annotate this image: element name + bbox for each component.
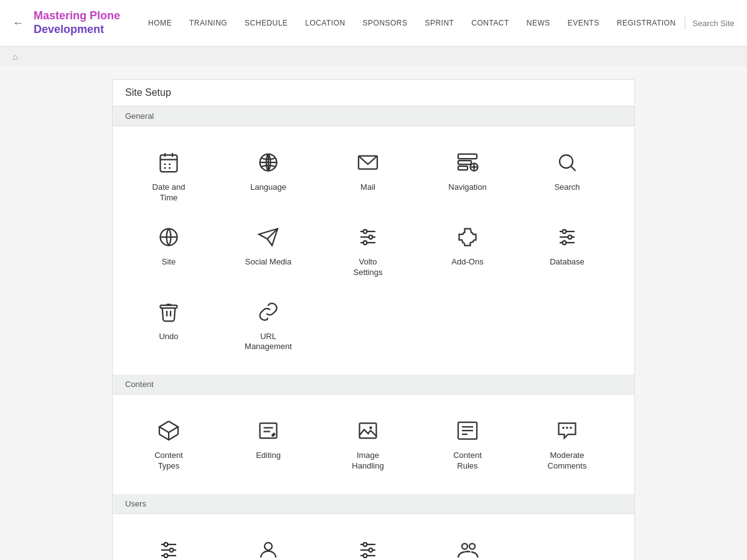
item-image-handling[interactable]: ImageHandling bbox=[318, 407, 418, 482]
item-volto-settings[interactable]: VoltoSettings bbox=[318, 213, 418, 288]
svg-point-33 bbox=[563, 230, 566, 233]
svg-rect-12 bbox=[458, 154, 477, 159]
social-icon bbox=[255, 223, 282, 251]
globe-icon bbox=[155, 223, 182, 251]
item-undo-label: Undo bbox=[159, 332, 178, 342]
svg-rect-49 bbox=[563, 427, 565, 429]
search-input[interactable] bbox=[693, 19, 747, 28]
item-navigation[interactable]: Navigation bbox=[418, 139, 517, 213]
item-users[interactable]: Users bbox=[218, 526, 318, 560]
calendar-icon bbox=[155, 149, 182, 176]
svg-rect-0 bbox=[161, 155, 177, 172]
svg-point-62 bbox=[364, 543, 367, 546]
nav-home[interactable]: HOME bbox=[139, 14, 181, 32]
item-image-handling-label: ImageHandling bbox=[352, 450, 383, 472]
search-bar: 🔍 bbox=[685, 17, 747, 29]
group-icon bbox=[454, 536, 481, 560]
svg-point-56 bbox=[170, 548, 174, 552]
nav-contact[interactable]: CONTACT bbox=[463, 14, 517, 32]
item-date-time[interactable]: Date andTime bbox=[119, 139, 218, 213]
back-button[interactable]: ← bbox=[12, 12, 24, 34]
section-general-header: General bbox=[113, 106, 634, 126]
svg-point-34 bbox=[568, 235, 572, 239]
svg-point-27 bbox=[364, 230, 367, 233]
item-url-management-label: URLManagement bbox=[245, 332, 292, 353]
item-editing-label: Editing bbox=[256, 450, 281, 461]
item-language[interactable]: Language bbox=[218, 139, 318, 213]
panel-title: Site Setup bbox=[113, 80, 634, 106]
content-items-grid: ContentTypes Editing ImageHandling bbox=[113, 394, 634, 494]
item-navigation-label: Navigation bbox=[448, 182, 486, 193]
nav-sponsors[interactable]: SPONSORS bbox=[354, 14, 416, 32]
item-language-label: Language bbox=[250, 182, 286, 193]
svg-rect-14 bbox=[458, 166, 467, 170]
nav-news[interactable]: NEWS bbox=[518, 14, 559, 32]
item-social-media-label: Social Media bbox=[245, 257, 291, 268]
svg-rect-13 bbox=[458, 161, 471, 164]
top-navigation: ← Mastering PloneDevelopment HOME TRAINI… bbox=[0, 0, 747, 47]
site-logo: Mastering PloneDevelopment bbox=[34, 9, 121, 36]
svg-rect-36 bbox=[161, 305, 177, 308]
breadcrumb: ⌂ bbox=[0, 47, 747, 67]
svg-point-63 bbox=[369, 548, 373, 552]
item-content-types-label: ContentTypes bbox=[154, 450, 183, 472]
item-undo[interactable]: Undo bbox=[119, 288, 218, 363]
svg-point-44 bbox=[369, 427, 372, 430]
item-site[interactable]: Site bbox=[119, 213, 218, 288]
nav-schedule[interactable]: SCHEDULE bbox=[236, 14, 296, 32]
svg-point-28 bbox=[369, 235, 373, 239]
item-moderate-comments[interactable]: ModerateComments bbox=[517, 407, 617, 482]
nav-location[interactable]: LOCATION bbox=[296, 14, 354, 32]
cube-icon bbox=[155, 417, 182, 444]
breadcrumb-home-icon[interactable]: ⌂ bbox=[12, 52, 17, 62]
database-icon bbox=[553, 223, 581, 251]
comments-icon bbox=[553, 417, 581, 444]
rules-icon bbox=[454, 417, 481, 444]
item-content-rules-label: ContentRules bbox=[453, 450, 482, 472]
nav-sprint[interactable]: SPRINT bbox=[416, 14, 463, 32]
svg-point-65 bbox=[462, 544, 467, 549]
nav-training[interactable]: TRAINING bbox=[181, 14, 236, 32]
item-search[interactable]: Search bbox=[517, 139, 617, 213]
nav-links: HOME TRAINING SCHEDULE LOCATION SPONSORS… bbox=[139, 14, 685, 32]
item-site-label: Site bbox=[162, 257, 176, 268]
navigation-icon bbox=[454, 149, 481, 176]
item-search-label: Search bbox=[554, 182, 580, 193]
svg-line-19 bbox=[571, 167, 576, 171]
item-content-types[interactable]: ContentTypes bbox=[119, 407, 218, 482]
item-mail-label: Mail bbox=[360, 182, 375, 193]
item-user-group-settings[interactable]: User andGroupSettings bbox=[119, 526, 218, 560]
item-database[interactable]: Database bbox=[517, 213, 617, 288]
item-content-rules[interactable]: ContentRules bbox=[418, 407, 517, 482]
item-volto-settings-label: VoltoSettings bbox=[354, 257, 383, 278]
search-settings-icon bbox=[553, 149, 581, 176]
item-user-group-membership[interactable]: ✕ User GroupMembership bbox=[318, 526, 418, 560]
trash-icon bbox=[155, 298, 182, 325]
item-mail[interactable]: Mail bbox=[318, 139, 418, 213]
svg-point-58 bbox=[265, 543, 272, 550]
item-editing[interactable]: Editing bbox=[218, 407, 318, 482]
item-url-management[interactable]: URLManagement bbox=[218, 288, 318, 363]
item-add-ons-label: Add-Ons bbox=[451, 257, 483, 268]
link-icon bbox=[255, 298, 282, 325]
search-divider bbox=[685, 17, 685, 29]
nav-registration[interactable]: REGISTRATION bbox=[608, 14, 685, 32]
svg-point-55 bbox=[164, 543, 168, 546]
svg-point-35 bbox=[563, 241, 566, 245]
nav-events[interactable]: EVENTS bbox=[559, 14, 608, 32]
user-icon bbox=[255, 536, 282, 560]
item-social-media[interactable]: Social Media bbox=[218, 213, 318, 288]
main-content: Site Setup General Date andTime Language bbox=[0, 67, 747, 560]
mail-icon bbox=[354, 149, 382, 176]
svg-point-57 bbox=[164, 554, 168, 558]
item-groups[interactable]: Groups bbox=[418, 526, 517, 560]
general-items-grid: Date andTime Language Mail bbox=[113, 126, 634, 375]
svg-point-64 bbox=[364, 554, 367, 558]
item-add-ons[interactable]: Add-Ons bbox=[418, 213, 517, 288]
sliders3-icon bbox=[354, 536, 382, 560]
section-users-header: Users bbox=[113, 494, 634, 514]
svg-point-66 bbox=[469, 544, 475, 549]
puzzle-icon bbox=[454, 223, 481, 251]
image-icon bbox=[354, 417, 382, 444]
item-moderate-comments-label: ModerateComments bbox=[548, 450, 587, 472]
